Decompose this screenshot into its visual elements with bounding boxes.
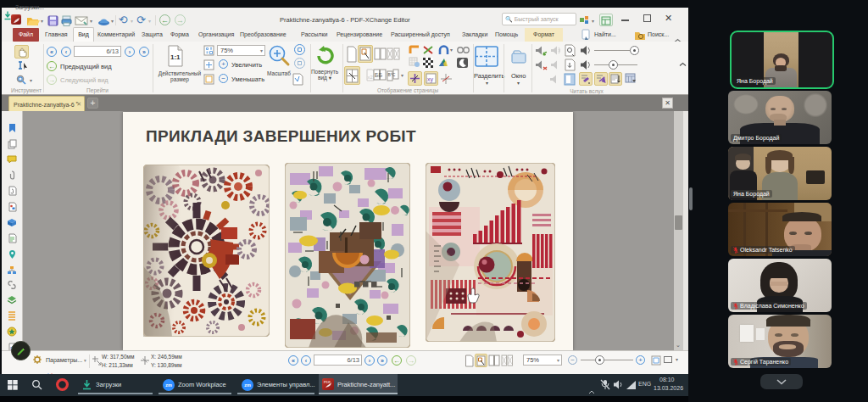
svg-text:ББ: ББ	[375, 72, 383, 78]
svg-text:xy: xy	[427, 76, 434, 83]
svg-text:PDF: PDF	[324, 380, 331, 384]
svg-text:1:1: 1:1	[170, 53, 181, 61]
svg-text:B°C: B°C	[388, 72, 396, 77]
